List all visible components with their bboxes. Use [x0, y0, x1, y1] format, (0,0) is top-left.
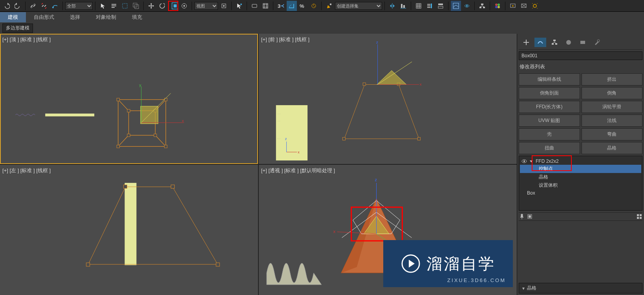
select-object-icon[interactable]	[98, 1, 108, 11]
viewport-label[interactable]: [+] [前 ] [标准 ] [线框 ]	[261, 36, 309, 43]
mod-btn-twist[interactable]: 扭曲	[519, 142, 580, 154]
percent-snap-icon[interactable]: %	[298, 1, 308, 11]
mod-btn-extrude[interactable]: 挤出	[582, 73, 643, 86]
mod-btn-bend[interactable]: 弯曲	[582, 128, 643, 140]
modifier-quick-buttons: 编辑样条线 挤出 倒角剖面 倒角 FFD(长方体) 涡轮平滑 UVW 贴图 法线…	[519, 73, 642, 154]
scene-explorer-icon[interactable]	[424, 1, 435, 11]
watermark-logo: 溜溜自学 ZIXUE.3D66.COM	[383, 240, 513, 287]
mod-btn-edit-spline[interactable]: 编辑样条线	[519, 73, 580, 86]
show-end-result-icon[interactable]	[527, 213, 533, 220]
select-region-rect-icon[interactable]	[120, 1, 130, 11]
bind-icon[interactable]	[50, 1, 60, 11]
stack-base-box[interactable]: Box	[520, 189, 641, 197]
edit-named-sel-icon[interactable]	[324, 1, 334, 11]
stack-lattice[interactable]: 晶格	[520, 173, 641, 181]
material-editor-icon[interactable]	[492, 1, 503, 11]
viewport-left[interactable]: [+] [左 ] [标准 ] [线框 ]	[0, 165, 258, 295]
object-name-field[interactable]	[519, 51, 642, 60]
mod-btn-normal[interactable]: 法线	[582, 115, 643, 127]
stack-control-points[interactable]: 控制点	[520, 165, 641, 173]
hierarchy-panel-icon[interactable]	[549, 38, 560, 47]
align-icon[interactable]	[398, 1, 408, 11]
move-icon[interactable]	[146, 1, 156, 11]
selection-filter-dropdown[interactable]: 全部	[65, 2, 93, 10]
tab-freeform[interactable]: 自由形式	[26, 12, 62, 22]
create-panel-icon[interactable]	[520, 38, 532, 47]
rotate-icon[interactable]	[157, 1, 167, 11]
render-frame-icon[interactable]	[519, 1, 529, 11]
stack-set-volume[interactable]: 设置体积	[520, 181, 641, 189]
stack-base-label: Box	[527, 190, 535, 196]
ribbon-panel-polymodeling[interactable]: 多边形建模	[2, 24, 33, 33]
select-window-crossing-icon[interactable]	[131, 1, 141, 11]
toggle-ribbon-icon[interactable]	[435, 1, 446, 11]
rollout-lattice-header[interactable]: ▾ 晶格	[519, 283, 642, 293]
named-selection-dropdown[interactable]: 创建选择集	[335, 2, 382, 10]
svg-text:3: 3	[278, 3, 280, 9]
expand-icon[interactable]	[529, 159, 533, 163]
unlink-icon[interactable]	[39, 1, 49, 11]
mod-btn-bevel[interactable]: 倒角	[582, 87, 643, 99]
viewport-front[interactable]: [+] [前 ] [标准 ] [线框 ] . . . . .. . .. ...…	[259, 34, 517, 164]
motion-panel-icon[interactable]	[563, 38, 574, 47]
viewport-perspective[interactable]: [+] [透视 ] [标准 ] [默认明暗处理 ]	[259, 165, 517, 295]
angle-snap-icon[interactable]	[287, 1, 297, 11]
viewport-label[interactable]: [+] [透视 ] [标准 ] [默认明暗处理 ]	[261, 167, 335, 174]
curve-editor-icon[interactable]	[451, 1, 461, 11]
configure-modifier-sets-icon[interactable]	[636, 213, 642, 220]
render-setup-icon[interactable]	[508, 1, 518, 11]
utilities-panel-icon[interactable]	[591, 38, 603, 47]
mirror-icon[interactable]	[387, 1, 397, 11]
svg-rect-90	[171, 185, 174, 188]
placement-icon[interactable]	[179, 1, 189, 11]
display-panel-icon[interactable]	[577, 38, 589, 47]
spinner-snap-icon[interactable]	[309, 1, 319, 11]
stack-ffd[interactable]: FFD 2x2x2	[520, 158, 641, 165]
svg-rect-25	[416, 4, 421, 8]
modify-panel-icon[interactable]	[534, 38, 546, 47]
viewport-label[interactable]: [+] [左 ] [标准 ] [线框 ]	[2, 167, 51, 174]
tab-modeling[interactable]: 建模	[0, 12, 26, 22]
scale-icon[interactable]	[168, 1, 178, 11]
svg-rect-46	[165, 98, 167, 101]
modifier-list-label[interactable]: 修改器列表	[519, 62, 642, 72]
render-icon[interactable]	[530, 1, 540, 11]
tab-selection[interactable]: 选择	[62, 12, 88, 22]
svg-text:z: z	[376, 40, 378, 44]
mod-btn-shell[interactable]: 壳	[519, 128, 580, 140]
mod-btn-ffd-box[interactable]: FFD(长方体)	[519, 101, 580, 113]
mod-btn-uvw-map[interactable]: UVW 贴图	[519, 115, 580, 127]
svg-rect-86	[125, 183, 137, 265]
pin-stack-icon[interactable]	[519, 213, 525, 220]
modifier-stack[interactable]: FFD 2x2x2 控制点 晶格 设置体积 Box	[519, 156, 642, 211]
mod-btn-lattice[interactable]: 晶格	[582, 142, 643, 154]
viewport-top[interactable]: [+] [顶 ] [标准 ] [线框 ]	[0, 34, 258, 164]
svg-rect-31	[481, 4, 483, 5]
redo-icon[interactable]	[13, 1, 23, 11]
mod-btn-bevel-profile[interactable]: 倒角剖面	[519, 87, 580, 99]
layer-explorer-icon[interactable]	[413, 1, 424, 11]
eye-icon[interactable]	[521, 158, 527, 164]
tab-object-paint[interactable]: 对象绘制	[88, 12, 124, 22]
svg-rect-28	[438, 6, 443, 8]
use-pivot-center-icon[interactable]	[219, 1, 229, 11]
select-manipulate-icon[interactable]	[234, 1, 244, 11]
svg-point-37	[498, 6, 500, 8]
undo-icon[interactable]	[2, 1, 12, 11]
svg-rect-89	[124, 185, 127, 188]
mod-btn-turbosmooth[interactable]: 涡轮平滑	[582, 101, 643, 113]
snap-3d-icon[interactable]: 3	[276, 1, 286, 11]
select-by-name-icon[interactable]	[109, 1, 119, 11]
keyboard-shortcut-icon[interactable]	[249, 1, 260, 11]
reference-coordinate-dropdown[interactable]: 视图	[194, 2, 218, 10]
dope-sheet-icon[interactable]	[462, 1, 472, 11]
viewport-label[interactable]: [+] [顶 ] [标准 ] [线框 ]	[2, 36, 51, 43]
svg-text:x: x	[420, 82, 422, 86]
tab-populate[interactable]: 填充	[124, 12, 150, 22]
snap-toggle-icon[interactable]	[260, 1, 271, 11]
svg-rect-17	[252, 4, 257, 7]
link-icon[interactable]	[28, 1, 38, 11]
svg-rect-27	[438, 4, 443, 5]
svg-rect-110	[637, 217, 639, 219]
schematic-view-icon[interactable]	[477, 1, 487, 11]
